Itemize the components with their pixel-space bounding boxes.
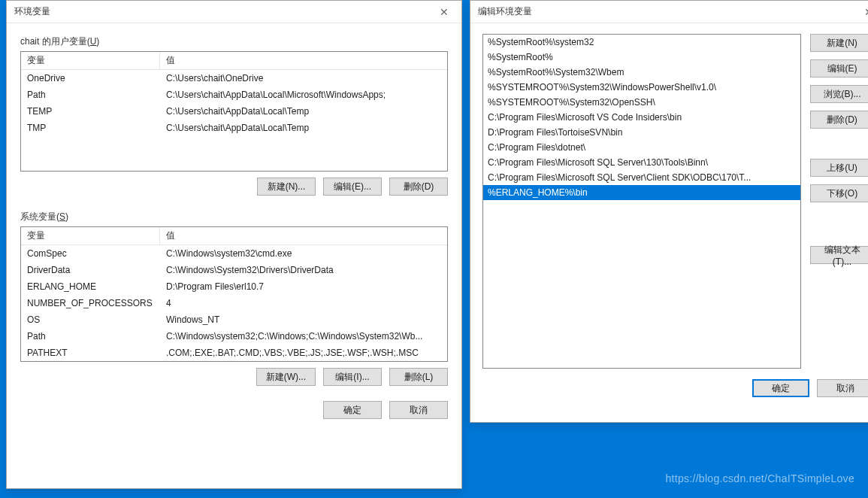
dialog-footer: 确定 取消 xyxy=(20,401,448,419)
path-listbox[interactable]: %SystemRoot%\system32%SystemRoot%%System… xyxy=(482,34,801,369)
table-row[interactable]: NUMBER_OF_PROCESSORS4 xyxy=(21,295,447,311)
var-name: Path xyxy=(21,88,160,102)
var-value: 4 xyxy=(160,296,447,310)
close-icon[interactable]: ✕ xyxy=(857,5,868,20)
close-icon[interactable]: ✕ xyxy=(433,5,455,20)
table-row[interactable]: PATHEXT.COM;.EXE;.BAT;.CMD;.VBS;.VBE;.JS… xyxy=(21,345,447,361)
table-row[interactable]: DriverDataC:\Windows\System32\Drivers\Dr… xyxy=(21,262,447,278)
var-name: OneDrive xyxy=(21,71,160,85)
var-value: D:\Program Files\erl10.7 xyxy=(160,280,447,293)
col-value-header[interactable]: 值 xyxy=(160,52,447,69)
var-value: Windows_NT xyxy=(160,313,447,326)
new-user-var-button[interactable]: 新建(N)... xyxy=(257,178,316,196)
side-buttons: 新建(N) 编辑(E) 浏览(B)... 删除(D) 上移(U) 下移(O) 编… xyxy=(810,34,868,369)
var-name: TMP xyxy=(21,121,160,135)
col-variable-header[interactable]: 变量 xyxy=(21,52,160,69)
table-row[interactable]: TEMPC:\Users\chait\AppData\Local\Temp xyxy=(21,103,447,120)
table-row[interactable]: ERLANG_HOMED:\Program Files\erl10.7 xyxy=(21,278,447,295)
edit-env-var-dialog: 编辑环境变量 ✕ %SystemRoot%\system32%SystemRoo… xyxy=(470,0,868,423)
list-item[interactable]: %SystemRoot%\system32 xyxy=(483,35,800,50)
label-text: chait 的用户变量( xyxy=(20,36,90,47)
list-item[interactable]: %SYSTEMROOT%\System32\WindowsPowerShell\… xyxy=(483,80,800,95)
move-up-button[interactable]: 上移(U) xyxy=(810,159,868,177)
label-hotkey: S xyxy=(59,211,65,222)
list-item[interactable]: %SystemRoot% xyxy=(483,50,800,65)
edit-sys-var-button[interactable]: 编辑(I)... xyxy=(323,368,382,386)
edit-text-button[interactable]: 编辑文本(T)... xyxy=(810,246,868,264)
cancel-button[interactable]: 取消 xyxy=(389,401,448,419)
list-item[interactable]: C:\Program Files\Microsoft SQL Server\13… xyxy=(483,155,800,170)
spacer xyxy=(810,136,868,151)
table-row[interactable]: OneDriveC:\Users\chait\OneDrive xyxy=(21,70,447,87)
col-value-header[interactable]: 值 xyxy=(160,227,447,244)
user-vars-label: chait 的用户变量(U) xyxy=(20,35,448,48)
var-name: PATHEXT xyxy=(21,346,160,360)
dialog-title: 环境变量 xyxy=(14,5,50,18)
new-sys-var-button[interactable]: 新建(W)... xyxy=(256,368,316,386)
user-vars-listbox[interactable]: 变量 值 OneDriveC:\Users\chait\OneDrivePath… xyxy=(20,51,448,172)
browse-path-button[interactable]: 浏览(B)... xyxy=(810,85,868,103)
table-row[interactable]: OSWindows_NT xyxy=(21,311,447,328)
var-value: .COM;.EXE;.BAT;.CMD;.VBS;.VBE;.JS;.JSE;.… xyxy=(160,346,447,360)
titlebar[interactable]: 编辑环境变量 ✕ xyxy=(470,1,868,23)
table-row[interactable]: PathC:\Users\chait\AppData\Local\Microso… xyxy=(21,87,447,103)
sys-button-row: 新建(W)... 编辑(I)... 删除(L) xyxy=(20,368,448,386)
move-down-button[interactable]: 下移(O) xyxy=(810,184,868,202)
var-name: Path xyxy=(21,329,160,343)
delete-user-var-button[interactable]: 删除(D) xyxy=(389,178,448,196)
new-path-button[interactable]: 新建(N) xyxy=(810,34,868,52)
list-item[interactable]: C:\Program Files\Microsoft VS Code Insid… xyxy=(483,110,800,125)
list-item[interactable]: C:\Program Files\dotnet\ xyxy=(483,140,800,155)
table-row[interactable]: ComSpecC:\Windows\system32\cmd.exe xyxy=(21,245,447,262)
var-name: DriverData xyxy=(21,263,160,277)
sys-vars-label: 系统变量(S) xyxy=(20,211,448,223)
var-value: C:\Windows\System32\Drivers\DriverData xyxy=(160,263,447,277)
ok-button[interactable]: 确定 xyxy=(752,379,809,397)
var-value: C:\Users\chait\AppData\Local\Temp xyxy=(160,121,447,135)
col-variable-header[interactable]: 变量 xyxy=(21,227,160,244)
list-item[interactable]: D:\Program Files\TortoiseSVN\bin xyxy=(483,125,800,140)
var-name: ERLANG_HOME xyxy=(21,280,160,293)
delete-sys-var-button[interactable]: 删除(L) xyxy=(389,368,448,386)
var-value: C:\Windows\system32;C:\Windows;C:\Window… xyxy=(160,329,447,343)
edit-user-var-button[interactable]: 编辑(E)... xyxy=(323,178,382,196)
sys-vars-listbox[interactable]: 变量 值 ComSpecC:\Windows\system32\cmd.exeD… xyxy=(20,226,448,362)
var-name: ComSpec xyxy=(21,247,160,260)
list-item[interactable]: C:\Program Files\Microsoft SQL Server\Cl… xyxy=(483,170,800,185)
var-value: C:\Users\chait\AppData\Local\Temp xyxy=(160,105,447,118)
list-header: 变量 值 xyxy=(21,52,447,70)
label-text-end: ) xyxy=(96,36,99,47)
cancel-button[interactable]: 取消 xyxy=(817,379,868,397)
watermark: https://blog.csdn.net/ChaITSimpleLove xyxy=(665,472,854,484)
var-name: NUMBER_OF_PROCESSORS xyxy=(21,296,160,310)
env-vars-dialog: 环境变量 ✕ chait 的用户变量(U) 变量 值 OneDriveC:\Us… xyxy=(6,0,462,489)
label-text-end: ) xyxy=(65,211,68,222)
label-text: 系统变量( xyxy=(20,211,59,222)
spacer xyxy=(810,210,868,238)
dialog-title: 编辑环境变量 xyxy=(478,5,532,18)
list-header: 变量 值 xyxy=(21,227,447,245)
table-row[interactable]: PathC:\Windows\system32;C:\Windows;C:\Wi… xyxy=(21,328,447,345)
var-value: C:\Users\chait\OneDrive xyxy=(160,71,447,85)
dialog-footer: 确定 取消 xyxy=(470,379,868,408)
var-value: C:\Users\chait\AppData\Local\Microsoft\W… xyxy=(160,88,447,102)
titlebar[interactable]: 环境变量 ✕ xyxy=(7,1,461,23)
edit-path-button[interactable]: 编辑(E) xyxy=(810,59,868,77)
user-button-row: 新建(N)... 编辑(E)... 删除(D) xyxy=(20,178,448,196)
var-name: OS xyxy=(21,313,160,326)
table-row[interactable]: TMPC:\Users\chait\AppData\Local\Temp xyxy=(21,120,447,136)
delete-path-button[interactable]: 删除(D) xyxy=(810,111,868,129)
var-value: C:\Windows\system32\cmd.exe xyxy=(160,247,447,260)
dialog-body: chait 的用户变量(U) 变量 值 OneDriveC:\Users\cha… xyxy=(7,23,461,430)
var-name: TEMP xyxy=(21,105,160,118)
list-item[interactable]: %SystemRoot%\System32\Wbem xyxy=(483,65,800,80)
list-item[interactable]: %SYSTEMROOT%\System32\OpenSSH\ xyxy=(483,95,800,110)
dialog-body: %SystemRoot%\system32%SystemRoot%%System… xyxy=(470,23,868,379)
ok-button[interactable]: 确定 xyxy=(323,401,382,419)
list-item[interactable]: %ERLANG_HOME%\bin xyxy=(483,185,800,200)
